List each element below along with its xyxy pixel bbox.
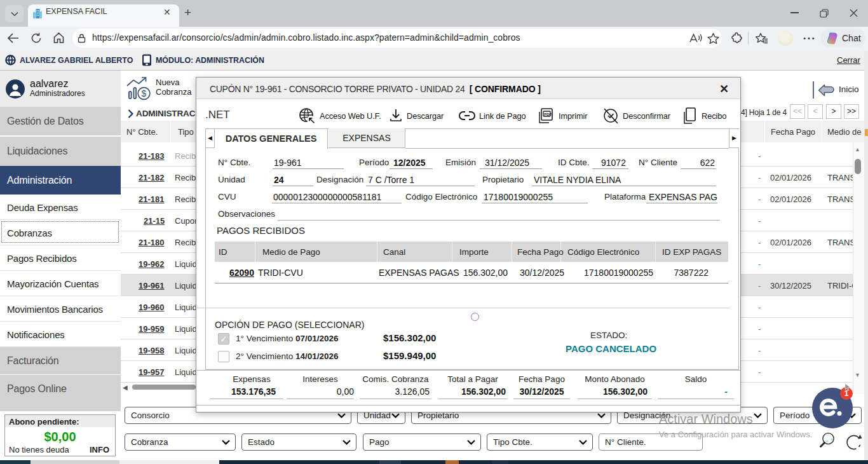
svg-text:PDF: PDF: [544, 113, 552, 116]
svg-text:$: $: [142, 88, 147, 99]
